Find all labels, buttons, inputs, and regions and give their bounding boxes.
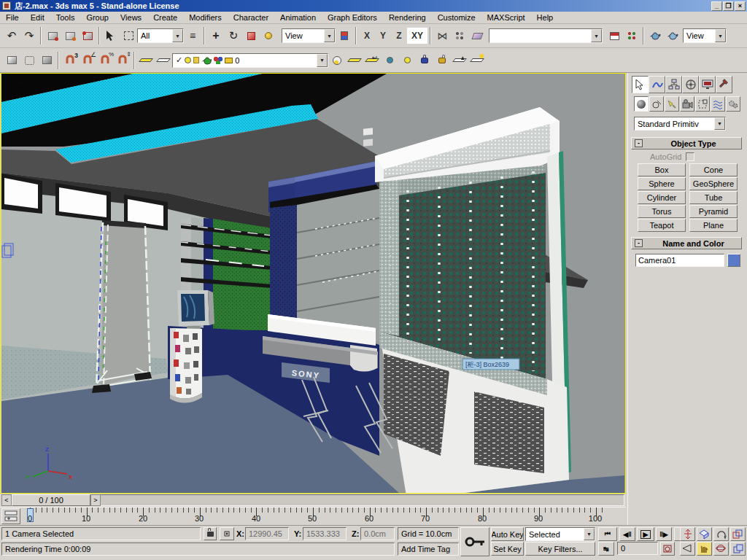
layer-select-icon[interactable]: ▲ [451, 52, 468, 69]
dropdown-arrow-icon[interactable]: ▼ [584, 528, 595, 540]
category-shapes[interactable] [649, 96, 664, 112]
tab-create[interactable] [632, 76, 649, 93]
button-torus[interactable]: Torus [638, 205, 686, 218]
rollout-object-type[interactable]: -Object Type [631, 137, 742, 149]
light-blue-bulb-icon[interactable] [381, 52, 398, 69]
category-geometry[interactable] [634, 96, 649, 112]
set-key-button[interactable]: Set Key [491, 542, 524, 556]
reference-coordinate-dropdown[interactable]: View▼ [282, 28, 336, 43]
arc-rotate-icon[interactable] [713, 542, 729, 556]
previous-frame-button[interactable]: ◀‖ [619, 527, 635, 541]
time-configuration-button[interactable] [660, 542, 675, 556]
curve-editor-icon[interactable] [605, 27, 623, 44]
tab-hierarchy[interactable] [665, 76, 682, 93]
select-and-rotate-icon[interactable]: ↻ [225, 27, 242, 44]
select-and-scale-icon[interactable] [242, 27, 260, 44]
dropdown-arrow-icon[interactable]: ▼ [324, 29, 335, 42]
collapse-icon[interactable]: - [635, 239, 643, 247]
restrict-x-button[interactable]: X [359, 28, 375, 44]
menu-help[interactable]: Help [531, 12, 560, 23]
menu-graph-editors[interactable]: Graph Editors [322, 12, 383, 23]
time-slider-right-arrow[interactable]: > [90, 494, 101, 506]
select-by-name-icon[interactable]: ≡ [184, 27, 201, 44]
selection-region-icon[interactable] [120, 27, 137, 44]
window-crossing-icon[interactable] [3, 52, 20, 69]
tab-modify[interactable] [649, 76, 665, 93]
menu-animation[interactable]: Animation [274, 12, 322, 23]
category-cameras[interactable] [680, 96, 694, 112]
restrict-y-button[interactable]: Y [375, 28, 391, 44]
layer-return-icon[interactable]: ↩ [363, 52, 381, 69]
button-tube[interactable]: Tube [689, 191, 738, 204]
button-teapot[interactable]: Teapot [638, 219, 686, 232]
dropdown-arrow-icon[interactable]: ▼ [714, 117, 725, 130]
object-name-field[interactable]: Camera01 [635, 254, 724, 267]
schematic-view-icon[interactable] [623, 27, 640, 44]
select-object-icon[interactable] [102, 27, 120, 44]
zoom-extents-icon[interactable] [697, 527, 712, 541]
menu-maxscript[interactable]: MAXScript [481, 12, 531, 23]
field-of-view-icon[interactable] [730, 527, 746, 541]
render-scene-icon[interactable] [646, 27, 664, 44]
bind-to-space-warp-icon[interactable] [79, 27, 96, 44]
key-filters-button[interactable]: Key Filters... [525, 542, 595, 556]
angle-snap-icon[interactable]: ∠ [79, 52, 96, 69]
fov-arrow-icon[interactable] [680, 542, 695, 556]
menu-file[interactable]: File [0, 12, 25, 23]
light-yellow-bulb-icon[interactable] [398, 52, 416, 69]
unlink-selection-icon[interactable] [61, 27, 79, 44]
button-sphere[interactable]: Sphere [638, 177, 686, 190]
quick-render-icon[interactable] [664, 27, 681, 44]
category-spacewarps[interactable] [711, 96, 725, 112]
zoom-region-icon[interactable] [713, 527, 729, 541]
button-cylinder[interactable]: Cylinder [638, 191, 686, 204]
unlock-yellow-icon[interactable] [433, 52, 451, 69]
mirror-icon[interactable]: ⋈ [433, 27, 451, 44]
select-and-link-icon[interactable] [44, 27, 61, 44]
lock-icon[interactable] [416, 52, 433, 69]
selection-filter-dropdown[interactable]: All▼ [137, 28, 184, 43]
layer-list-icon[interactable] [346, 52, 363, 69]
selection-lock-icon[interactable] [204, 527, 217, 540]
track-view-layer-icon[interactable] [155, 52, 172, 69]
z-coordinate-field[interactable]: 0.0cm [360, 527, 395, 540]
button-pyramid[interactable]: Pyramid [689, 205, 738, 218]
button-box[interactable]: Box [638, 163, 686, 176]
play-button[interactable]: ▶ [637, 527, 654, 541]
spinner-snap-icon[interactable]: ⇕ [114, 52, 131, 69]
crossing-region-icon[interactable] [20, 52, 38, 69]
degrade-override-icon[interactable] [38, 52, 55, 69]
array-icon[interactable] [451, 27, 468, 44]
menu-edit[interactable]: Edit [25, 12, 50, 23]
named-selection-edit-icon[interactable] [137, 52, 155, 69]
close-button[interactable]: × [735, 1, 746, 11]
menu-views[interactable]: Views [115, 12, 147, 23]
time-slider-handle[interactable]: 0 / 100 [12, 494, 90, 506]
button-cone[interactable]: Cone [689, 163, 738, 176]
dropdown-arrow-icon[interactable]: ▼ [591, 29, 602, 42]
redo-icon[interactable]: ↷ [20, 27, 38, 44]
time-slider-left-arrow[interactable]: < [1, 494, 12, 506]
rollout-name-color[interactable]: -Name and Color [631, 237, 742, 249]
restore-button[interactable]: ❐ [723, 1, 734, 11]
dropdown-arrow-icon[interactable]: ▼ [715, 29, 726, 42]
percent-snap-icon[interactable]: % [96, 52, 114, 69]
category-lights[interactable] [665, 96, 679, 112]
min-max-toggle-icon[interactable] [730, 542, 746, 556]
dropdown-arrow-icon[interactable]: ▼ [317, 54, 328, 67]
button-plane[interactable]: Plane [689, 219, 738, 232]
collapse-icon[interactable]: - [635, 139, 643, 147]
track-bar[interactable]: 0 10 20 30 40 50 60 70 80 90 100 [0, 507, 626, 525]
primitive-category-dropdown[interactable]: Standard Primitiv▼ [634, 117, 726, 131]
autogrid-checkbox[interactable] [686, 152, 694, 161]
key-mode-dropdown[interactable]: Selected▼ [525, 527, 595, 541]
category-helpers[interactable] [695, 96, 710, 112]
category-systems[interactable] [726, 96, 740, 112]
button-geosphere[interactable]: GeoSphere [689, 177, 738, 190]
render-type-dropdown[interactable]: View▼ [683, 28, 727, 43]
use-center-icon[interactable] [336, 27, 353, 44]
undo-icon[interactable]: ↶ [3, 27, 20, 44]
snapshot-icon[interactable] [468, 27, 486, 44]
minimize-button[interactable]: _ [711, 1, 722, 11]
viewport-label[interactable]: Camera01 [4, 78, 39, 86]
